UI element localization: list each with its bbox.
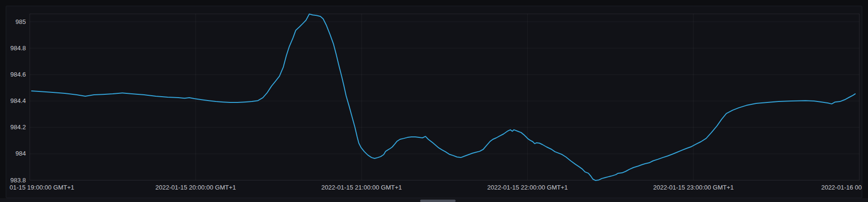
dashboard-page: 985984.8984.6984.4984.2984983.801-15 19:…	[0, 0, 868, 202]
horizontal-scrollbar[interactable]	[0, 198, 868, 202]
series-path-pressure	[32, 14, 855, 180]
series-line	[32, 14, 855, 180]
scrollbar-thumb[interactable]	[420, 200, 456, 202]
plot-border	[30, 14, 859, 180]
time-series-chart[interactable]	[0, 0, 868, 202]
grid	[30, 14, 859, 180]
